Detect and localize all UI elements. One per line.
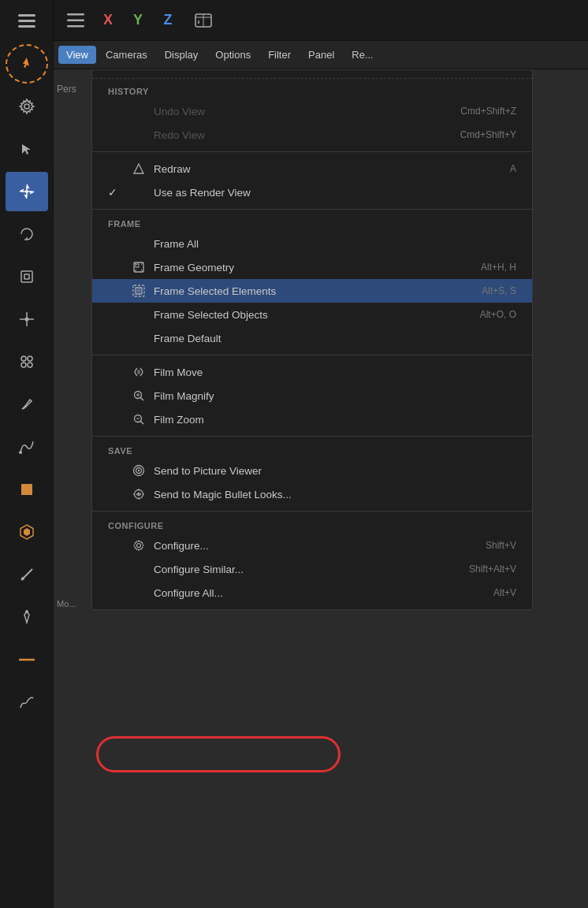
configure-gear-icon xyxy=(128,539,149,552)
svg-rect-24 xyxy=(67,25,84,28)
dropdown-section-history: HISTORY xyxy=(92,82,532,99)
svg-point-47 xyxy=(138,493,140,496)
object-icon[interactable] xyxy=(188,6,219,35)
dropdown-sep-5 xyxy=(92,511,532,512)
dropdown-item-redo-view[interactable]: Redo View Cmd+Shift+Y xyxy=(92,123,532,147)
film-zoom-icon xyxy=(128,413,149,426)
dropdown-item-film-magnify[interactable]: Film Magnify xyxy=(92,384,532,407)
svg-point-10 xyxy=(21,356,26,361)
line-icon xyxy=(18,654,35,665)
svg-line-37 xyxy=(140,397,143,400)
dropdown-item-undo-view[interactable]: Undo View Cmd+Shift+Z xyxy=(92,99,532,123)
menu-render[interactable]: Re... xyxy=(344,46,381,64)
sidebar-tool-arrow[interactable] xyxy=(6,129,48,169)
pen2-icon xyxy=(19,609,35,625)
svg-point-4 xyxy=(25,190,28,193)
svg-line-41 xyxy=(140,421,143,424)
svg-marker-26 xyxy=(134,164,143,173)
move-label: Mo... xyxy=(57,599,76,608)
svg-point-52 xyxy=(137,544,141,548)
svg-rect-23 xyxy=(67,19,84,21)
sidebar-tool-scale[interactable] xyxy=(6,257,48,296)
dropdown-item-film-move[interactable]: Film Move xyxy=(92,360,532,384)
sidebar-tool-rotate[interactable] xyxy=(6,214,48,254)
sidebar-tool-pen[interactable] xyxy=(6,385,48,424)
frame-selected-elements-icon xyxy=(128,285,149,297)
dropdown-item-film-zoom[interactable]: Film Zoom xyxy=(92,407,532,431)
menu-cameras[interactable]: Cameras xyxy=(98,46,155,64)
svg-point-14 xyxy=(19,451,22,454)
dropdown-sep-3 xyxy=(92,355,532,355)
svg-rect-0 xyxy=(18,14,35,17)
sidebar-tool-transform[interactable] xyxy=(6,300,48,339)
svg-rect-35 xyxy=(137,289,141,293)
arrow-icon xyxy=(19,141,35,157)
menu-filter[interactable]: Filter xyxy=(260,46,299,64)
sidebar xyxy=(0,0,54,908)
svg-rect-1 xyxy=(18,20,35,22)
viewport-label: Pers xyxy=(57,84,76,95)
redraw-icon xyxy=(128,162,149,175)
dropdown-item-redraw[interactable]: Redraw A xyxy=(92,157,532,180)
scale-icon xyxy=(19,269,35,285)
object-mode-icon xyxy=(192,9,214,32)
sidebar-tool-shape[interactable] xyxy=(6,512,48,552)
svg-rect-6 xyxy=(24,274,29,279)
configure-annotation-circle xyxy=(96,736,341,772)
dropdown-item-frame-default[interactable]: Frame Default xyxy=(92,326,532,350)
dropdown-sep-2 xyxy=(92,209,532,210)
sidebar-menu-icon[interactable] xyxy=(0,0,54,43)
axis-x-button[interactable]: X xyxy=(95,6,121,35)
sidebar-tool-line[interactable] xyxy=(6,640,48,679)
topbar: X Y Z xyxy=(54,0,588,41)
frame-geometry-icon xyxy=(128,261,149,274)
svg-point-9 xyxy=(24,318,28,322)
svg-rect-15 xyxy=(21,484,32,495)
dropdown-item-configure-similar[interactable]: Configure Similar... Shift+Alt+V xyxy=(92,557,532,581)
svg-point-3 xyxy=(24,104,29,109)
dropdown-item-frame-geometry[interactable]: Frame Geometry Alt+H, H xyxy=(92,255,532,279)
menu-view[interactable]: View xyxy=(58,46,96,64)
sidebar-tool-pen2[interactable] xyxy=(6,597,48,637)
dropdown-item-frame-all[interactable]: Frame All xyxy=(92,232,532,255)
move-icon xyxy=(18,183,35,200)
menubar: View Cameras Display Options Filter Pane… xyxy=(54,41,588,69)
dropdown-item-frame-selected-objects[interactable]: Frame Selected Objects Alt+O, O xyxy=(92,303,532,326)
sidebar-tool-select[interactable] xyxy=(6,44,48,84)
dropdown-item-configure[interactable]: Configure... Shift+V xyxy=(92,534,532,557)
svg-point-19 xyxy=(21,577,24,580)
menu-display[interactable]: Display xyxy=(157,46,207,64)
sidebar-tool-curve[interactable] xyxy=(6,427,48,467)
dropdown-item-magic-bullet[interactable]: Send to Magic Bullet Looks... xyxy=(92,482,532,506)
pen-icon xyxy=(19,396,35,412)
dropdown-item-picture-viewer[interactable]: Send to Picture Viewer xyxy=(92,459,532,482)
sidebar-tool-settings[interactable] xyxy=(6,87,48,126)
dropdown-item-frame-selected-elements[interactable]: Frame Selected Elements Alt+S, S xyxy=(92,279,532,303)
menu-options[interactable]: Options xyxy=(207,46,259,64)
sidebar-tool-multi[interactable] xyxy=(6,342,48,381)
dropdown-section-frame: FRAME xyxy=(92,214,532,232)
menu-panel[interactable]: Panel xyxy=(300,46,342,64)
dropdown-item-configure-all[interactable]: Configure All... Alt+V xyxy=(92,581,532,605)
dropdown-section-configure: CONFIGURE xyxy=(92,516,532,534)
svg-rect-2 xyxy=(18,25,35,28)
dropdown-item-render-view[interactable]: ✓ Use as Render View xyxy=(92,180,532,204)
menu-icon xyxy=(18,14,35,28)
sidebar-tool-move[interactable] xyxy=(6,172,48,211)
svg-point-45 xyxy=(138,470,140,471)
topbar-menu[interactable] xyxy=(60,6,91,35)
sidebar-tool-draw[interactable] xyxy=(6,555,48,594)
shape-icon xyxy=(18,523,35,541)
axis-z-button[interactable]: Z xyxy=(154,6,181,35)
svg-point-20 xyxy=(25,610,28,613)
settings-icon xyxy=(19,99,35,114)
axis-y-button[interactable]: Y xyxy=(125,6,151,35)
dropdown-sep-1 xyxy=(92,151,532,152)
dropdown-section-save: SAVE xyxy=(92,441,532,459)
sidebar-tool-box[interactable] xyxy=(6,470,48,509)
multi-icon xyxy=(18,353,35,370)
box-icon xyxy=(20,482,34,497)
rotate-icon xyxy=(18,225,35,243)
svg-marker-17 xyxy=(24,528,30,536)
sidebar-tool-spline[interactable] xyxy=(6,683,48,722)
